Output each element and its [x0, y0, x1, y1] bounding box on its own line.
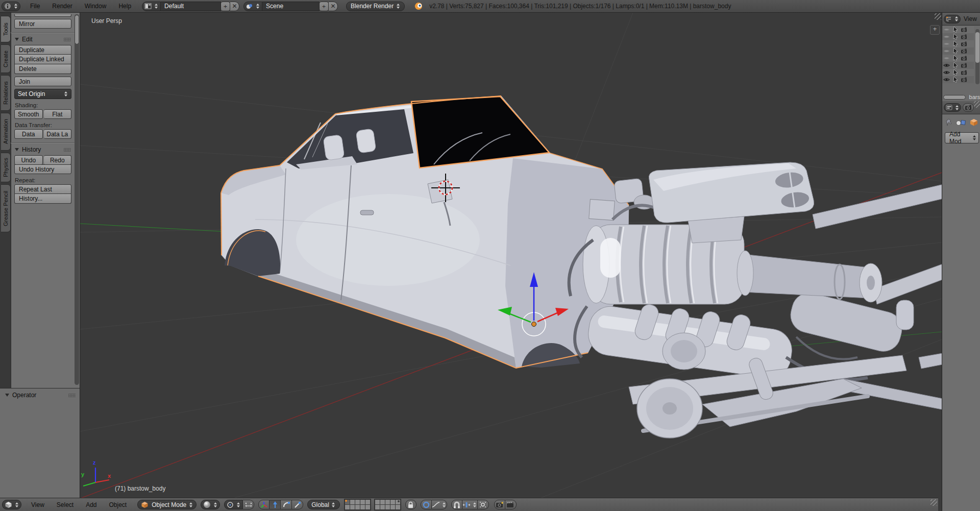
eye-icon[interactable] [943, 70, 950, 75]
pivot-point-dropdown[interactable] [224, 500, 243, 509]
layer-cell[interactable] [345, 500, 350, 504]
snap-element-dropdown[interactable] [462, 500, 478, 509]
proportional-edit-button[interactable] [421, 500, 432, 509]
camera-icon[interactable] [961, 34, 967, 39]
tab-create[interactable]: Create [1, 44, 11, 73]
falloff-dropdown[interactable] [432, 500, 447, 509]
delete-button[interactable]: Delete [14, 64, 71, 74]
manipulate-center-points-toggle[interactable] [243, 500, 254, 509]
shade-flat-button[interactable]: Flat [44, 109, 72, 119]
layer-cell[interactable] [355, 500, 360, 504]
clipped-button[interactable] [14, 14, 71, 17]
outliner-row[interactable] [942, 55, 974, 62]
repeat-history-button[interactable]: History... [14, 194, 71, 204]
layer-cell[interactable] [375, 500, 380, 504]
layer-cell[interactable] [390, 505, 395, 509]
add-modifier-button[interactable]: Add Mod [945, 132, 979, 143]
edit-panel-header[interactable]: Edit [14, 36, 72, 43]
mode-dropdown[interactable]: Object Mode [137, 500, 197, 509]
layer-cell[interactable] [365, 505, 370, 509]
mirror-button[interactable]: Mirror [14, 19, 71, 29]
outliner-view-menu[interactable]: View [961, 15, 980, 22]
engine-assembly-mesh[interactable] [569, 162, 942, 381]
lock-to-scene-toggle[interactable] [405, 500, 416, 509]
add-scene-button[interactable]: ＋ [320, 2, 329, 11]
outliner-row[interactable] [942, 33, 974, 40]
layer-cell[interactable] [375, 505, 380, 509]
region-resize-corner[interactable] [974, 101, 980, 108]
cursor-arrow-icon[interactable] [952, 27, 958, 33]
tool-shelf-scrollbar[interactable] [75, 15, 79, 44]
tab-grease-pencil[interactable]: Grease Pencil [1, 184, 11, 232]
cursor-arrow-icon[interactable] [952, 41, 958, 47]
eye-icon[interactable] [943, 34, 950, 39]
pin-icon[interactable] [945, 118, 952, 126]
tab-animation[interactable]: Animation [1, 113, 11, 151]
remove-scene-button[interactable]: ✕ [329, 2, 338, 11]
orange-cube-icon[interactable] [970, 118, 978, 126]
translate-manipulator-button[interactable] [270, 500, 281, 509]
scale-manipulator-button[interactable] [292, 500, 303, 509]
manipulator-toggle[interactable] [258, 500, 270, 509]
eye-icon[interactable] [943, 77, 950, 82]
editor-type-info-button[interactable] [2, 2, 20, 11]
camera-icon[interactable] [961, 56, 967, 61]
duplicate-linked-button[interactable]: Duplicate Linked [14, 55, 71, 64]
editor-type-outliner-button[interactable] [944, 15, 961, 23]
layer-cell[interactable] [350, 500, 355, 504]
camera-icon[interactable] [961, 63, 967, 68]
menu-file[interactable]: File [24, 3, 45, 10]
layer-cell[interactable] [396, 500, 400, 504]
eye-icon[interactable] [943, 41, 950, 46]
outliner-row[interactable] [942, 40, 974, 47]
data-transfer-button[interactable]: Data [14, 129, 43, 139]
cursor-arrow-icon[interactable] [952, 62, 958, 68]
region-resize-corner[interactable] [930, 499, 937, 506]
outliner-row[interactable] [942, 26, 974, 33]
set-origin-dropdown[interactable]: Set Origin [14, 89, 71, 99]
editor-type-properties-button[interactable] [944, 103, 961, 112]
outliner-row[interactable] [942, 47, 974, 55]
layer-cell[interactable] [380, 500, 385, 504]
rotate-manipulator-button[interactable] [281, 500, 292, 509]
opengl-render-animation-button[interactable] [505, 500, 517, 509]
snap-target-button[interactable] [478, 500, 489, 509]
eye-icon[interactable] [943, 63, 950, 68]
menu-select[interactable]: Select [51, 501, 79, 508]
scene-icon-button[interactable] [243, 2, 262, 11]
menu-render[interactable]: Render [46, 3, 78, 10]
repeat-last-button[interactable]: Repeat Last [14, 184, 71, 194]
menu-add[interactable]: Add [80, 501, 102, 508]
viewport-shading-dropdown[interactable] [201, 500, 220, 509]
undo-button[interactable]: Undo [14, 155, 43, 165]
panel-drag-handle[interactable] [64, 148, 71, 152]
camera-icon[interactable] [961, 41, 967, 46]
undo-history-button[interactable]: Undo History [14, 164, 71, 174]
layer-cell[interactable] [380, 505, 385, 509]
cursor-arrow-icon[interactable] [952, 77, 958, 83]
data-layout-transfer-button[interactable]: Data La [44, 129, 72, 139]
open-properties-region-button[interactable]: + [930, 25, 940, 35]
object-data-crumb-icon[interactable] [955, 118, 967, 126]
car-body-mesh[interactable] [221, 96, 629, 368]
editor-type-3dview-button[interactable] [2, 500, 21, 509]
layer-cell[interactable] [360, 500, 365, 504]
cursor-arrow-icon[interactable] [952, 69, 958, 76]
outliner-hscrollbar[interactable] [943, 95, 966, 100]
region-resize-corner[interactable] [935, 13, 941, 20]
layer-cell[interactable] [345, 505, 350, 509]
tab-physics[interactable]: Physics [1, 153, 11, 182]
screen-layout-icon-button[interactable] [142, 2, 161, 11]
screen-layout-name-field[interactable]: Default [161, 2, 221, 11]
render-tab-button[interactable] [963, 103, 974, 112]
eye-icon[interactable] [943, 27, 950, 32]
outliner-row[interactable] [942, 69, 974, 76]
camera-icon[interactable] [961, 70, 967, 75]
layer-cell[interactable] [355, 505, 360, 509]
outliner-scrollbar[interactable] [975, 32, 979, 63]
eye-icon[interactable] [943, 56, 950, 61]
shade-smooth-button[interactable]: Smooth [14, 109, 43, 119]
layer-cell[interactable] [385, 500, 390, 504]
camera-icon[interactable] [961, 77, 967, 82]
viewport-3d[interactable]: User Persp (71) barstow_body x y z + [80, 13, 942, 498]
